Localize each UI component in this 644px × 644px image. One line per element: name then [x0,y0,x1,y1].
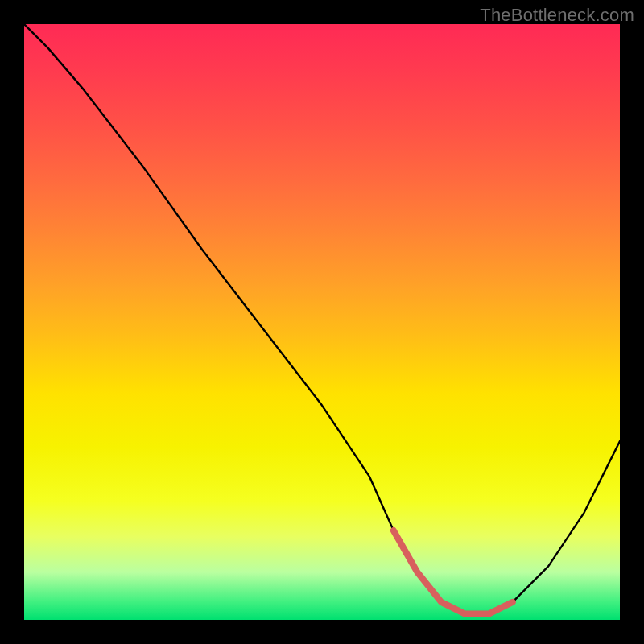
main-curve [24,24,620,614]
plot-area [24,24,620,620]
bottom-highlight [394,530,513,614]
watermark-text: TheBottleneck.com [480,5,634,26]
chart-container: TheBottleneck.com [0,0,644,644]
chart-svg [24,24,620,620]
